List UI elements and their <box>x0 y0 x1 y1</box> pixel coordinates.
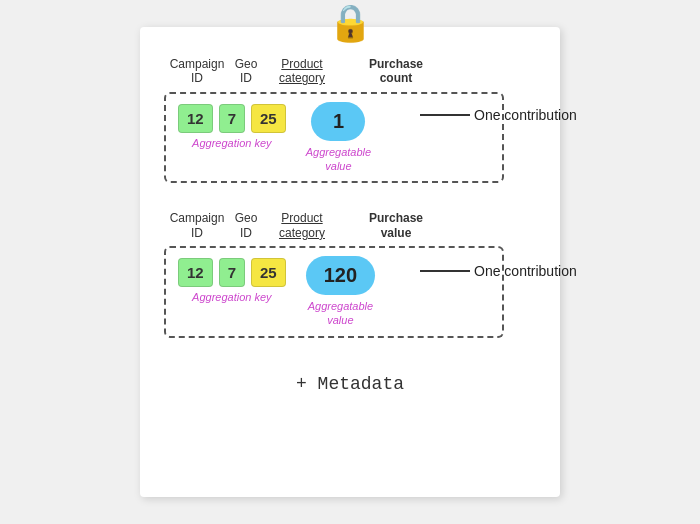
cell-geo-1: 7 <box>219 104 245 133</box>
key-cells-2: 12 7 25 <box>178 258 286 287</box>
col-geo-2: GeoID <box>226 211 266 240</box>
value-group-2: 120 Aggregatablevalue <box>306 256 375 328</box>
col-product-1: Productcategory <box>266 57 338 86</box>
annotations: One contribution One contribution <box>420 107 577 279</box>
key-group-2: 12 7 25 Aggregation key <box>178 258 286 303</box>
annotation-label-2: One contribution <box>474 263 577 279</box>
cell-campaign-2: 12 <box>178 258 213 287</box>
cell-product-2: 25 <box>251 258 286 287</box>
cell-campaign-1: 12 <box>178 104 213 133</box>
col-purchase-1: Purchase count <box>356 57 436 86</box>
annotation-1: One contribution <box>420 107 577 123</box>
agg-key-label-1: Aggregation key <box>192 137 272 149</box>
col-product-2: Productcategory <box>266 211 338 240</box>
col-campaign-2: CampaignID <box>168 211 226 240</box>
annotation-2: One contribution <box>420 263 577 279</box>
agg-value-label-1: Aggregatablevalue <box>306 145 371 174</box>
cell-product-1: 25 <box>251 104 286 133</box>
col-campaign-1: CampaignID <box>168 57 226 86</box>
value-group-1: 1 Aggregatablevalue <box>306 102 371 174</box>
agg-key-label-2: Aggregation key <box>192 291 272 303</box>
key-cells-1: 12 7 25 <box>178 104 286 133</box>
page-container: 🔒 CampaignID GeoID Productcategory Purch… <box>30 17 670 507</box>
col-headers-1: CampaignID GeoID Productcategory Purchas… <box>164 57 536 86</box>
col-geo-1: GeoID <box>226 57 266 86</box>
agg-value-label-2: Aggregatablevalue <box>308 299 373 328</box>
annotation-line-1 <box>420 114 470 116</box>
cell-geo-2: 7 <box>219 258 245 287</box>
annotation-label-1: One contribution <box>474 107 577 123</box>
annotation-line-2 <box>420 270 470 272</box>
lock-icon: 🔒 <box>328 5 373 41</box>
oval-value-2: 120 <box>306 256 375 295</box>
oval-value-1: 1 <box>311 102 365 141</box>
key-group-1: 12 7 25 Aggregation key <box>178 104 286 149</box>
metadata-footer: + Metadata <box>164 366 536 394</box>
